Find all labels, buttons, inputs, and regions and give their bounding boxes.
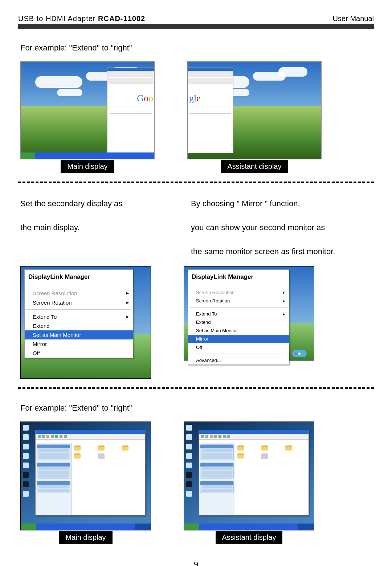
browser-window-left: Goo <box>107 68 154 153</box>
menu-title: DisplayLink Manager <box>25 270 133 284</box>
assistant-display-desktop <box>184 422 314 530</box>
submenu-arrow-icon: ▸ <box>126 290 129 296</box>
menu-row: DisplayLink ManagerScreen Resolution▸Scr… <box>18 266 374 379</box>
menu-item-set-as-main-monitor[interactable]: Set as Main Monitor <box>188 326 289 335</box>
mirror-example-row: Main display <box>18 422 374 544</box>
menu-item-label: Screen Rotation <box>33 300 72 306</box>
set-main-text: Set the secondary display as the main di… <box>20 198 158 233</box>
menu-item-extend[interactable]: Extend <box>25 321 133 330</box>
menu-title: DisplayLink Manager <box>188 270 289 284</box>
menu-item-set-as-main-monitor[interactable]: Set as Main Monitor <box>25 330 133 339</box>
menu-item-label: Screen Rotation <box>196 298 230 304</box>
menu-item-mirror[interactable]: Mirror <box>188 335 289 343</box>
explorer-window <box>35 430 146 516</box>
section3-intro: For example: "Extend" to "right" <box>20 403 374 413</box>
menu-item-screen-rotation[interactable]: Screen Rotation▸ <box>188 297 289 305</box>
document-header: USB to HDMI Adapter RCAD-11002 User Manu… <box>18 15 374 29</box>
menu-right-screenshot: DisplayLink ManagerScreen Resolution▸Scr… <box>184 266 314 361</box>
menu-item-label: Screen Resolution <box>33 290 77 296</box>
divider-2 <box>18 387 374 389</box>
explorer-window <box>199 430 309 516</box>
divider-1 <box>18 182 374 183</box>
section2-text-row: Set the secondary display as the main di… <box>18 198 374 257</box>
submenu-arrow-icon: ▸ <box>126 313 129 320</box>
extend-example-row: Goo Main display gle Assistant display <box>18 61 374 173</box>
main-display-figure-2: Main display <box>20 422 151 544</box>
section1-intro: For example: "Extend" to "right" <box>20 43 374 53</box>
assistant-display-screenshot: gle <box>187 61 322 159</box>
menu-item-label: Extend <box>33 323 50 329</box>
menu-item-label: Extend To <box>196 311 217 317</box>
menu-item-label: Mirror <box>33 341 47 347</box>
assistant-display-figure-2: Assistant display <box>184 422 314 544</box>
submenu-arrow-icon: ▸ <box>283 311 285 317</box>
menu-item-advanced[interactable]: Advanced... <box>188 356 289 365</box>
menu-item-extend[interactable]: Extend <box>188 318 289 326</box>
menu-left-figure: DisplayLink ManagerScreen Resolution▸Scr… <box>20 266 151 379</box>
desktop-icons <box>186 425 192 497</box>
menu-item-screen-rotation[interactable]: Screen Rotation▸ <box>25 298 133 307</box>
main-display-desktop <box>20 422 151 530</box>
menu-item-off[interactable]: Off <box>188 343 289 351</box>
submenu-arrow-icon: ▸ <box>283 290 285 295</box>
menu-item-label: Off <box>33 350 40 356</box>
menu-item-off[interactable]: Off <box>25 349 133 358</box>
menu-item-label: Set as Main Monitor <box>196 328 238 333</box>
submenu-arrow-icon: ▸ <box>283 298 285 304</box>
menu-item-screen-resolution[interactable]: Screen Resolution▸ <box>25 288 133 298</box>
menu-item-label: Mirror <box>196 336 208 342</box>
menu-item-extend-to[interactable]: Extend To▸ <box>25 312 133 321</box>
submenu-arrow-icon: ▸ <box>126 299 129 306</box>
menu-item-label: Screen Resolution <box>196 290 234 295</box>
menu-item-label: Off <box>196 345 202 350</box>
product-line: USB to HDMI Adapter <box>18 15 98 23</box>
main-display-caption: Main display <box>61 160 114 173</box>
menu-item-label: Extend To <box>33 314 57 320</box>
menu-left-screenshot: DisplayLink ManagerScreen Resolution▸Scr… <box>20 266 151 379</box>
mirror-text: By choosing " Mirror " function, you can… <box>191 198 358 257</box>
menu-item-label: Extend <box>196 319 211 325</box>
doc-type: User Manual <box>333 15 374 23</box>
main-display-caption-2: Main display <box>59 531 112 544</box>
menu-item-extend-to[interactable]: Extend To▸ <box>188 310 289 318</box>
main-display-figure: Goo Main display <box>20 61 155 173</box>
desktop-icons <box>23 425 29 497</box>
menu-item-screen-resolution[interactable]: Screen Resolution▸ <box>188 288 289 297</box>
assistant-display-caption: Assistant display <box>221 160 288 173</box>
assistant-display-caption-2: Assistant display <box>216 531 283 544</box>
menu-right-figure: DisplayLink ManagerScreen Resolution▸Scr… <box>184 266 314 361</box>
main-display-screenshot: Goo <box>20 61 155 159</box>
menu-item-label: Set as Main Monitor <box>33 332 81 338</box>
menu-item-label: Advanced... <box>196 358 221 363</box>
language-bar-icon <box>292 350 307 357</box>
menu-item-mirror[interactable]: Mirror <box>25 339 133 349</box>
displaylink-menu-right[interactable]: DisplayLink ManagerScreen Resolution▸Scr… <box>188 269 289 365</box>
assistant-display-figure: gle Assistant display <box>187 61 322 173</box>
product-title: USB to HDMI Adapter RCAD-11002 <box>18 15 145 23</box>
google-logo-right: gle <box>188 84 233 104</box>
product-model: RCAD-11002 <box>98 15 145 23</box>
page-number: 9 <box>18 560 374 566</box>
browser-window-right: gle <box>188 68 233 153</box>
displaylink-menu-left[interactable]: DisplayLink ManagerScreen Resolution▸Scr… <box>24 269 133 358</box>
google-logo-left: Goo <box>107 84 154 104</box>
